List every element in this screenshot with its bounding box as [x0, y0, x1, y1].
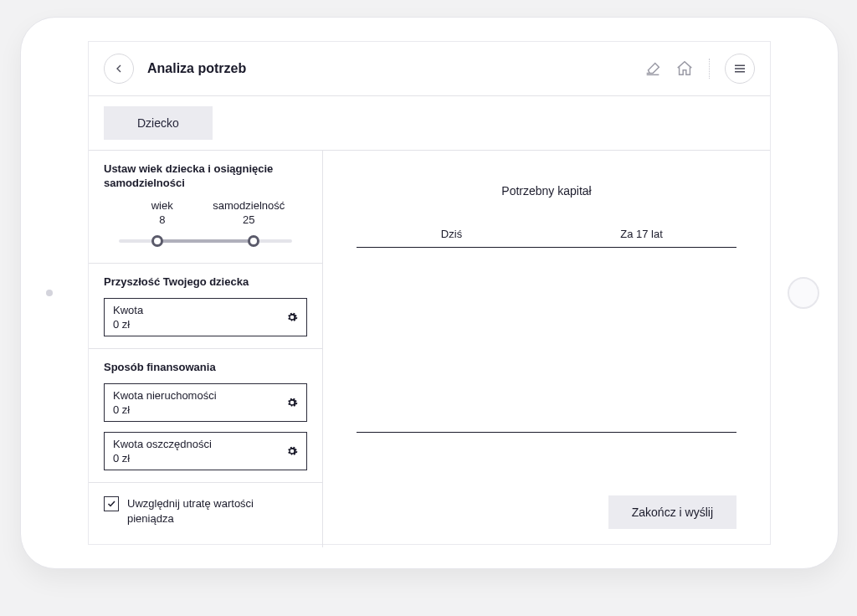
capital-title: Potrzebny kapitał	[357, 184, 736, 198]
check-icon	[106, 499, 116, 509]
home-button[interactable]	[788, 277, 819, 309]
sidebar-left: Ustaw wiek dziecka i osiągnięcie samodzi…	[89, 151, 323, 547]
tablet-frame: Analiza potrzeb Dziecko	[20, 17, 839, 569]
slider-values: 8 25	[104, 213, 307, 226]
range-slider[interactable]	[119, 233, 292, 249]
realestate-amount-label: Kwota nieruchomości	[113, 389, 217, 402]
savings-amount-value: 0 zł	[113, 452, 212, 465]
slider-value-independence: 25	[206, 213, 293, 226]
slider-value-age: 8	[119, 213, 206, 226]
section-age: Ustaw wiek dziecka i osiągnięcie samodzi…	[89, 151, 322, 264]
slider-labels: wiek samodzielność	[104, 199, 307, 212]
savings-amount-field[interactable]: Kwota oszczędności 0 zł	[104, 432, 307, 470]
future-amount-label: Kwota	[113, 304, 143, 316]
header-left: Analiza potrzeb	[104, 54, 246, 84]
future-title: Przyszłość Twojego dziecka	[104, 275, 307, 290]
gear-icon[interactable]	[286, 311, 298, 323]
divider	[709, 59, 710, 79]
section-financing: Sposób finansowania Kwota nieruchomości …	[89, 349, 322, 483]
header-right	[644, 54, 755, 84]
slider-label-age: wiek	[119, 199, 206, 212]
hamburger-icon	[732, 61, 747, 76]
age-title: Ustaw wiek dziecka i osiągnięcie samodzi…	[104, 162, 307, 191]
savings-amount-label: Kwota oszczędności	[113, 438, 212, 450]
app-screen: Analiza potrzeb Dziecko	[88, 41, 771, 545]
arrow-left-icon	[112, 62, 126, 75]
camera-dot	[46, 290, 53, 296]
slider-handle-min[interactable]	[151, 235, 163, 247]
future-amount-field[interactable]: Kwota 0 zł	[104, 298, 307, 336]
finish-send-button[interactable]: Zakończ i wyślij	[608, 495, 736, 529]
gear-icon[interactable]	[286, 445, 298, 457]
tab-bar: Dziecko	[89, 96, 770, 151]
header: Analiza potrzeb	[89, 42, 770, 96]
home-icon[interactable]	[675, 59, 694, 78]
slider-track-fill	[157, 239, 254, 243]
section-future: Przyszłość Twojego dziecka Kwota 0 zł	[89, 264, 322, 349]
tab-today[interactable]: Dziś	[357, 221, 547, 247]
back-button[interactable]	[104, 54, 134, 84]
chart-baseline	[357, 432, 736, 433]
inflation-checkbox[interactable]	[104, 496, 119, 511]
inflation-row: Uwzględnij utratę wartości pieniądza	[89, 483, 322, 540]
gear-icon[interactable]	[286, 397, 298, 408]
slider-handle-max[interactable]	[248, 235, 259, 247]
capital-tabs: Dziś Za 17 lat	[357, 221, 736, 248]
tab-future-years[interactable]: Za 17 lat	[547, 221, 736, 247]
realestate-amount-value: 0 zł	[113, 403, 217, 416]
page-title: Analiza potrzeb	[147, 61, 246, 76]
chart-area: Potrzebny kapitał Dziś Za 17 lat	[323, 151, 770, 433]
financing-title: Sposób finansowania	[104, 361, 307, 375]
tab-child[interactable]: Dziecko	[104, 106, 213, 140]
main-panel: Potrzebny kapitał Dziś Za 17 lat Zakończ…	[323, 151, 770, 547]
eraser-icon[interactable]	[644, 59, 662, 78]
future-amount-value: 0 zł	[113, 318, 143, 331]
menu-button[interactable]	[725, 54, 755, 84]
realestate-amount-field[interactable]: Kwota nieruchomości 0 zł	[104, 383, 307, 422]
inflation-label: Uwzględnij utratę wartości pieniądza	[127, 496, 278, 526]
content-columns: Ustaw wiek dziecka i osiągnięcie samodzi…	[89, 151, 770, 547]
slider-label-independence: samodzielność	[206, 199, 293, 212]
